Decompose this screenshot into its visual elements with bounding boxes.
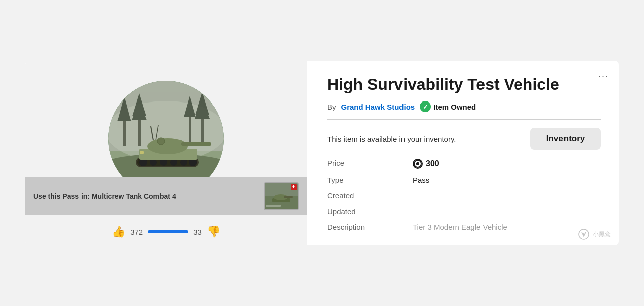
svg-point-42	[414, 160, 421, 167]
left-panel: Use this Pass in: Multicrew Tank Combat …	[25, 61, 307, 245]
svg-rect-32	[140, 151, 144, 154]
item-title: High Survivability Test Vehicle	[327, 75, 601, 94]
robux-icon	[413, 159, 423, 169]
description-label: Description	[327, 223, 408, 231]
created-value	[413, 191, 601, 200]
pass-game-thumbnail[interactable]	[264, 182, 299, 210]
price-label: Price	[327, 159, 408, 169]
created-label: Created	[327, 191, 408, 200]
details-grid: Price 300 Type Pass Created Updated	[327, 159, 601, 231]
svg-point-29	[157, 138, 165, 145]
price-number: 300	[426, 159, 439, 168]
watermark-text: 小黑盒	[593, 230, 611, 239]
item-card: Use this Pass in: Multicrew Tank Combat …	[25, 61, 619, 245]
pass-usage-text: Use this Pass in: Multicrew Tank Combat …	[33, 192, 176, 200]
thumbs-down-icon[interactable]: 👎	[207, 225, 220, 238]
svg-point-20	[150, 159, 157, 166]
vote-divider	[148, 230, 188, 233]
downvote-count: 33	[193, 228, 202, 236]
divider	[327, 119, 601, 120]
svg-rect-40	[293, 185, 294, 188]
owned-text: Item Owned	[433, 103, 476, 111]
watermark: 小黑盒	[578, 228, 611, 240]
pass-usage-bar: Use this Pass in: Multicrew Tank Combat …	[25, 177, 307, 215]
svg-rect-37	[284, 196, 293, 198]
inventory-row: This item is available in your inventory…	[327, 128, 601, 150]
svg-point-45	[583, 233, 585, 235]
creator-link[interactable]: Grand Hawk Studios	[341, 103, 415, 111]
owned-badge: ✓ Item Owned	[420, 101, 476, 112]
svg-point-23	[180, 159, 187, 166]
svg-rect-41	[266, 205, 281, 207]
updated-label: Updated	[327, 207, 408, 216]
type-label: Type	[327, 176, 408, 184]
svg-rect-27	[152, 140, 183, 149]
type-value: Pass	[413, 176, 601, 184]
price-value-row: 300	[413, 159, 601, 169]
updated-value	[413, 207, 601, 216]
description-value: Tier 3 Modern Eagle Vehicle	[413, 223, 601, 231]
thumbs-up-icon[interactable]: 👍	[112, 225, 125, 238]
right-panel: ··· High Survivability Test Vehicle By G…	[307, 61, 619, 245]
watermark-logo-icon	[578, 228, 590, 240]
svg-point-21	[160, 159, 167, 166]
meta-row: By Grand Hawk Studios ✓ Item Owned	[327, 101, 601, 112]
by-label: By	[327, 103, 336, 111]
more-options-button[interactable]: ···	[598, 71, 609, 81]
svg-point-22	[170, 159, 177, 166]
svg-rect-28	[181, 142, 211, 146]
inventory-description: This item is available in your inventory…	[327, 135, 456, 143]
svg-point-43	[416, 162, 419, 165]
inventory-button[interactable]: Inventory	[530, 128, 601, 150]
upvote-count: 372	[130, 228, 143, 236]
vote-bar: 👍 372 33 👎	[25, 218, 307, 245]
check-circle-icon: ✓	[420, 101, 431, 112]
